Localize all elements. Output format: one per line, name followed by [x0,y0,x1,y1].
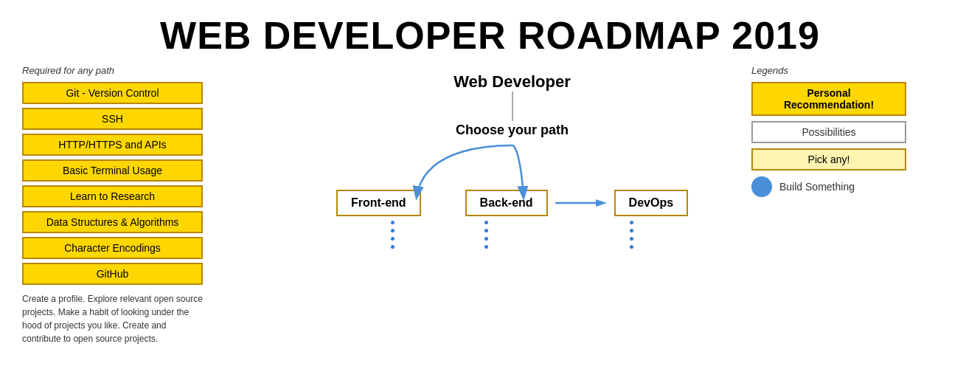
dashed-col-backend [484,221,488,249]
right-column: Legends Personal Recommendation! Possibi… [751,65,958,197]
list-item: Learn to Research [22,185,203,207]
dashed-col-devops [630,221,633,249]
legend-box-white: Possibilities [751,121,906,143]
list-item: Basic Terminal Usage [22,159,203,182]
left-column: Required for any path Git - Version Cont… [22,65,273,345]
dot [630,245,633,249]
legends-title: Legends [751,65,958,76]
web-developer-label: Web Developer [453,72,571,92]
list-item: Character Encodings [22,237,203,259]
legend-build: Build Something [751,176,958,197]
legend-item-pickany: Pick any! [751,148,958,170]
build-something-label: Build Something [779,181,855,193]
legend-item-possibilities: Possibilities [751,121,958,143]
vertical-connector [512,92,513,121]
dot [484,221,488,224]
list-item: GitHub [22,263,203,285]
dashed-lines [336,221,689,249]
dot [391,245,395,249]
github-note: Create a profile. Explore relevant open … [22,292,203,345]
dot [484,229,488,232]
dot [630,237,633,241]
required-items-list: Git - Version Control SSH HTTP/HTTPS and… [22,82,273,285]
legend-box-yellow: Personal Recommendation! [751,82,906,116]
center-column: Web Developer Choose your path Front-end… [273,65,751,249]
dot [391,229,395,232]
arc-arrows [365,138,660,212]
build-something-icon [751,176,772,197]
dot [630,229,633,232]
section-label: Required for any path [22,65,273,76]
dot [630,221,633,224]
dot [484,245,488,249]
list-item: SSH [22,108,203,130]
legend-item-recommendation: Personal Recommendation! [751,82,958,116]
list-item: Git - Version Control [22,82,203,104]
choose-path-label: Choose your path [456,123,569,138]
list-item: HTTP/HTTPS and APIs [22,134,203,156]
legend-box-lightyellow: Pick any! [751,148,906,170]
dot [391,221,395,224]
list-item: Data Structures & Algorithms [22,211,203,233]
page-title: WEB DEVELOPER ROADMAP 2019 [0,0,980,65]
dot [391,237,395,241]
dashed-col-frontend [391,221,395,249]
dot [484,237,488,241]
